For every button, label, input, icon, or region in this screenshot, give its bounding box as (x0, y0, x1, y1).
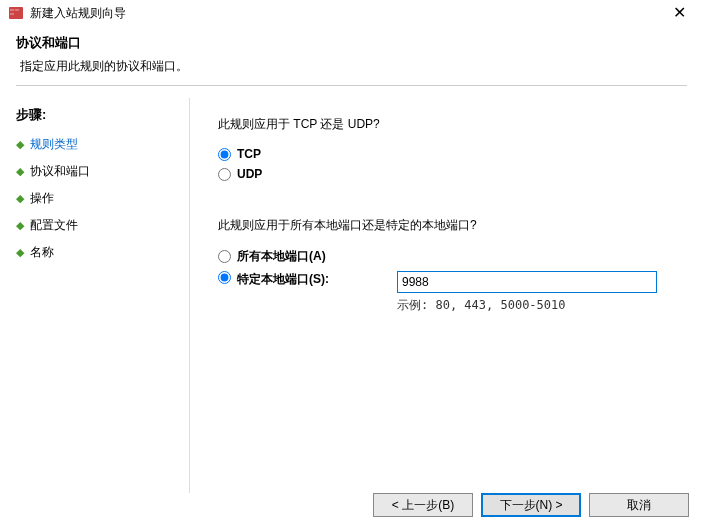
main-panel: 此规则应用于 TCP 还是 UDP? TCP UDP 此规则应用于所有本地端口还… (190, 98, 703, 493)
step-item-3[interactable]: ◆配置文件 (16, 217, 173, 234)
titlebar: 新建入站规则向导 ✕ (0, 0, 703, 26)
page-subtitle: 指定应用此规则的协议和端口。 (20, 58, 687, 75)
step-arrow-icon: ◆ (16, 165, 30, 178)
svg-rect-2 (15, 9, 19, 11)
specific-ports-label[interactable]: 特定本地端口(S): (237, 271, 377, 288)
tcp-label[interactable]: TCP (237, 147, 261, 161)
port-example: 示例: 80, 443, 5000-5010 (397, 297, 657, 314)
firewall-icon (8, 5, 24, 21)
port-input[interactable] (397, 271, 657, 293)
all-ports-label[interactable]: 所有本地端口(A) (237, 248, 326, 265)
step-item-1[interactable]: ◆协议和端口 (16, 163, 173, 180)
step-item-2[interactable]: ◆操作 (16, 190, 173, 207)
step-label: 配置文件 (30, 217, 78, 234)
step-label: 名称 (30, 244, 54, 261)
step-arrow-icon: ◆ (16, 246, 30, 259)
svg-rect-3 (10, 13, 14, 15)
header: 协议和端口 指定应用此规则的协议和端口。 (0, 26, 703, 98)
close-button[interactable]: ✕ (663, 3, 695, 23)
step-label: 操作 (30, 190, 54, 207)
window-title: 新建入站规则向导 (30, 5, 663, 22)
svg-rect-1 (10, 9, 14, 11)
cancel-button[interactable]: 取消 (589, 493, 689, 517)
port-question: 此规则应用于所有本地端口还是特定的本地端口? (218, 217, 675, 234)
next-button[interactable]: 下一步(N) > (481, 493, 581, 517)
step-arrow-icon: ◆ (16, 192, 30, 205)
step-arrow-icon: ◆ (16, 138, 30, 151)
steps-title: 步骤: (16, 106, 173, 124)
step-arrow-icon: ◆ (16, 219, 30, 232)
tcp-radio[interactable] (218, 148, 231, 161)
divider (16, 85, 687, 86)
step-label: 协议和端口 (30, 163, 90, 180)
specific-ports-radio[interactable] (218, 271, 231, 284)
step-item-4[interactable]: ◆名称 (16, 244, 173, 261)
back-button[interactable]: < 上一步(B) (373, 493, 473, 517)
udp-radio[interactable] (218, 168, 231, 181)
protocol-question: 此规则应用于 TCP 还是 UDP? (218, 116, 675, 133)
footer: < 上一步(B) 下一步(N) > 取消 (373, 493, 689, 517)
step-label: 规则类型 (30, 136, 78, 153)
step-item-0[interactable]: ◆规则类型 (16, 136, 173, 153)
udp-label[interactable]: UDP (237, 167, 262, 181)
sidebar: 步骤: ◆规则类型◆协议和端口◆操作◆配置文件◆名称 (0, 98, 190, 493)
page-title: 协议和端口 (16, 34, 687, 52)
all-ports-radio[interactable] (218, 250, 231, 263)
